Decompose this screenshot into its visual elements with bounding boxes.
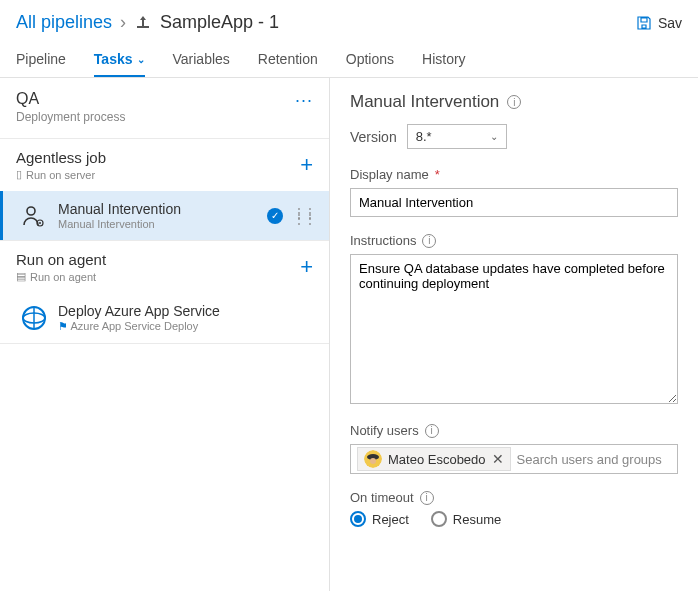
version-select[interactable]: 8.* ⌄ [407, 124, 507, 149]
info-icon[interactable]: i [507, 95, 521, 109]
user-pill[interactable]: Mateo Escobedo ✕ [357, 447, 511, 471]
person-gear-icon [20, 202, 48, 230]
breadcrumb-root[interactable]: All pipelines [16, 12, 112, 33]
svg-rect-1 [142, 20, 144, 26]
tab-history[interactable]: History [422, 41, 466, 77]
pipeline-icon [134, 14, 152, 32]
page-title: SampleApp - 1 [160, 12, 279, 33]
server-icon: ▯ [16, 168, 22, 181]
version-label: Version [350, 129, 397, 145]
info-icon[interactable]: i [422, 234, 436, 248]
check-icon: ✓ [267, 208, 283, 224]
chevron-down-icon: ⌄ [137, 54, 145, 65]
display-name-label: Display name [350, 167, 429, 182]
flag-icon: ⚑ [58, 320, 68, 332]
svg-point-2 [27, 207, 35, 215]
job-run-on-agent[interactable]: Run on agent ▤Run on agent + [0, 241, 329, 293]
remove-user-icon[interactable]: ✕ [492, 451, 504, 467]
svg-point-4 [39, 222, 41, 224]
save-icon [636, 15, 652, 31]
radio-resume[interactable]: Resume [431, 511, 501, 527]
notify-users-input[interactable]: Mateo Escobedo ✕ Search users and groups [350, 444, 678, 474]
breadcrumb: All pipelines › SampleApp - 1 [16, 12, 279, 33]
required-indicator: * [435, 167, 440, 182]
info-icon[interactable]: i [420, 491, 434, 505]
tab-pipeline[interactable]: Pipeline [16, 41, 66, 77]
tab-variables[interactable]: Variables [173, 41, 230, 77]
search-placeholder: Search users and groups [517, 452, 662, 467]
task-deploy-azure[interactable]: Deploy Azure App Service ⚑ Azure App Ser… [0, 293, 329, 343]
stage-name[interactable]: QA [16, 90, 125, 108]
add-task-button[interactable]: + [300, 152, 313, 178]
instructions-label: Instructions [350, 233, 416, 248]
svg-rect-0 [137, 26, 149, 28]
tab-tasks[interactable]: Tasks⌄ [94, 41, 145, 77]
tab-bar: Pipeline Tasks⌄ Variables Retention Opti… [0, 41, 698, 78]
drag-handle-icon[interactable]: ⋮⋮⋮⋮ [293, 210, 315, 222]
task-manual-intervention[interactable]: Manual Intervention Manual Intervention … [0, 191, 329, 240]
svg-point-10 [370, 458, 376, 464]
agent-icon: ▤ [16, 270, 26, 283]
tab-retention[interactable]: Retention [258, 41, 318, 77]
stage-subtitle: Deployment process [16, 110, 125, 124]
save-button[interactable]: Sav [636, 15, 682, 31]
radio-reject[interactable]: Reject [350, 511, 409, 527]
azure-app-service-icon [20, 304, 48, 332]
job-agentless[interactable]: Agentless job ▯Run on server + [0, 139, 329, 191]
breadcrumb-separator: › [120, 12, 126, 33]
avatar [364, 450, 382, 468]
on-timeout-label: On timeout [350, 490, 414, 505]
chevron-down-icon: ⌄ [490, 131, 498, 142]
tab-options[interactable]: Options [346, 41, 394, 77]
info-icon[interactable]: i [425, 424, 439, 438]
panel-title: Manual Intervention [350, 92, 499, 112]
display-name-input[interactable] [350, 188, 678, 217]
more-icon[interactable]: ··· [295, 90, 313, 111]
add-task-button[interactable]: + [300, 254, 313, 280]
instructions-textarea[interactable] [350, 254, 678, 404]
notify-users-label: Notify users [350, 423, 419, 438]
